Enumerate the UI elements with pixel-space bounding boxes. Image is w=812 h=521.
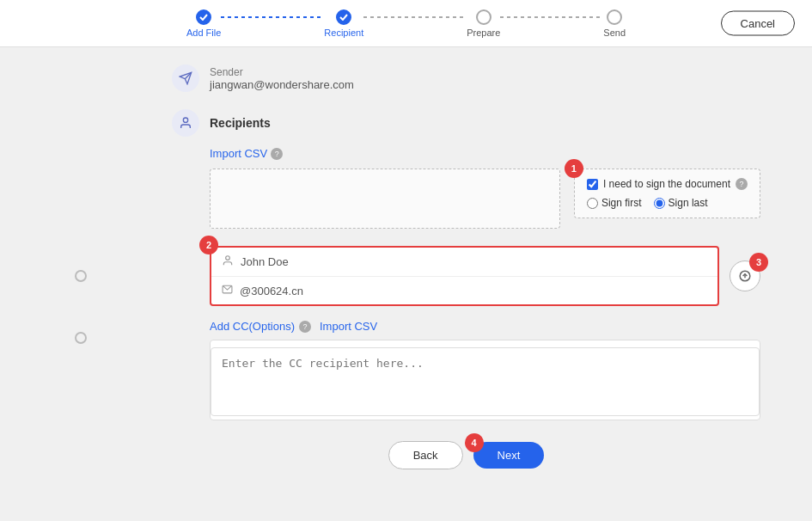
bottom-bar: Back 4 Next: [172, 427, 760, 483]
recipients-row: Recipients: [172, 109, 760, 137]
step-line-3: [500, 16, 603, 18]
sign-last-radio[interactable]: [654, 198, 665, 209]
svg-point-3: [226, 256, 230, 260]
svg-point-2: [183, 118, 187, 122]
step-circle-prepare: [476, 9, 491, 25]
next-button[interactable]: 4 Next: [473, 442, 545, 469]
main-content: Sender jiangwan@wondershare.com Recipien…: [0, 47, 812, 521]
header: Add File Recipient Prepare Send Cancel: [0, 0, 812, 47]
sign-last-label: Sign last: [669, 197, 708, 209]
add-cc-help-icon[interactable]: ?: [299, 321, 311, 333]
sign-document-checkbox[interactable]: [587, 179, 598, 190]
person-icon: [222, 254, 234, 269]
sign-check-row: I need to sign the document ?: [587, 178, 748, 190]
badge-2: 2: [199, 236, 218, 254]
sign-document-help-icon[interactable]: ?: [736, 178, 748, 190]
step-line-1: [221, 16, 324, 18]
sign-options-box: 1 I need to sign the document ? Sign fir…: [574, 169, 760, 218]
sender-label: Sender: [210, 66, 354, 78]
sender-icon: [172, 64, 199, 92]
step-label-recipient: Recipient: [324, 28, 363, 38]
recipients-content: 1 I need to sign the document ? Sign fir…: [210, 169, 760, 237]
cc-import-csv-link[interactable]: Import CSV: [320, 320, 377, 333]
step-label-send: Send: [603, 28, 626, 38]
up-arrow-button[interactable]: 3: [730, 260, 760, 291]
sign-document-label: I need to sign the document: [603, 178, 730, 190]
recipient-entry-wrapper: 2: [210, 246, 760, 306]
step-prepare: Prepare: [467, 9, 500, 38]
email-row: [211, 277, 717, 304]
back-button[interactable]: Back: [388, 441, 463, 469]
step-circle-add-file: [196, 9, 211, 25]
cc-textarea-wrapper: [210, 340, 760, 420]
badge-3: 3: [749, 253, 768, 272]
step-add-file: Add File: [186, 9, 221, 38]
cc-header-row: Add CC(Options) ? Import CSV: [210, 320, 760, 333]
recipient-entry-box: [210, 246, 719, 306]
add-cc-label[interactable]: Add CC(Options): [210, 320, 295, 333]
sign-first-option[interactable]: Sign first: [587, 197, 642, 209]
sender-info: Sender jiangwan@wondershare.com: [210, 66, 354, 91]
timeline-dot-cc: [75, 332, 87, 344]
sign-last-option[interactable]: Sign last: [654, 197, 708, 209]
import-csv-area: Import CSV ?: [210, 147, 760, 160]
steps-container: Add File Recipient Prepare Send: [186, 9, 626, 38]
import-csv-text[interactable]: Import CSV: [210, 147, 267, 160]
step-circle-send: [607, 9, 622, 25]
csv-drop-area[interactable]: [210, 169, 560, 229]
next-label: Next: [498, 449, 521, 462]
import-csv-help-icon[interactable]: ?: [271, 148, 283, 160]
add-cc-section: Add CC(Options) ? Import CSV: [210, 320, 760, 420]
import-csv-label: Import CSV ?: [210, 147, 760, 160]
step-label-add-file: Add File: [186, 28, 221, 38]
step-circle-recipient: [336, 9, 351, 25]
sender-row: Sender jiangwan@wondershare.com: [172, 64, 760, 92]
step-send: Send: [603, 9, 626, 38]
sign-options-row: Sign first Sign last: [587, 197, 748, 209]
sign-first-radio[interactable]: [587, 198, 598, 209]
recipient-name-input[interactable]: [241, 255, 707, 268]
recipients-label: Recipients: [210, 116, 271, 130]
left-panel: [210, 169, 560, 237]
recipient-name-row: [211, 248, 717, 277]
timeline-dot-recipient: [75, 270, 87, 282]
badge-4: 4: [465, 433, 484, 452]
sign-first-label: Sign first: [601, 197, 642, 209]
cc-textarea[interactable]: [211, 347, 760, 416]
recipient-email-input[interactable]: [240, 285, 707, 297]
recipients-icon: [172, 109, 199, 137]
sender-email: jiangwan@wondershare.com: [210, 78, 354, 91]
step-label-prepare: Prepare: [467, 28, 500, 38]
badge-1: 1: [565, 159, 583, 178]
email-icon: [222, 284, 233, 297]
cancel-button[interactable]: Cancel: [721, 11, 795, 36]
step-recipient: Recipient: [324, 9, 363, 38]
step-line-2: [363, 16, 467, 18]
